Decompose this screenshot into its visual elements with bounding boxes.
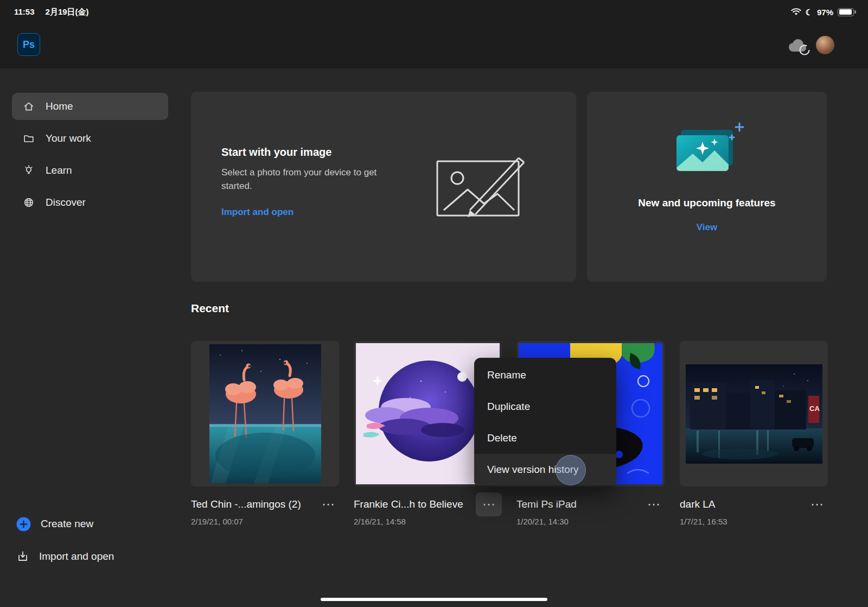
home-indicator[interactable] [321, 598, 547, 601]
start-card-title: Start with your image [221, 146, 387, 159]
status-bar: 11:53 2月19日(金) ☾ 97% [0, 0, 868, 21]
profile-avatar[interactable] [816, 36, 834, 54]
battery-fill [839, 9, 852, 15]
lightbulb-icon [23, 165, 35, 176]
doc-thumbnail[interactable] [191, 341, 339, 486]
doc-title: Ted Chin -...amingos (2) [191, 498, 317, 510]
sidebar-item-home[interactable]: Home [12, 93, 168, 120]
start-card-description: Select a photo from your device to get s… [221, 166, 387, 193]
wifi-icon [791, 8, 801, 16]
doc-thumbnail[interactable]: CA [680, 341, 828, 486]
recent-doc-dark-la: CA dark LA ⋯ 1/7/21, 16:53 [680, 341, 828, 526]
status-right: ☾ 97% [791, 8, 854, 17]
image-placeholder-icon [434, 151, 534, 223]
night-city-artwork: CA [686, 364, 822, 464]
photoshop-logo-text: Ps [23, 39, 35, 50]
view-link[interactable]: View [697, 222, 717, 233]
status-left: 11:53 2月19日(金) [14, 7, 89, 17]
plus-circle-icon [16, 517, 31, 532]
sidebar-item-discover[interactable]: Discover [12, 189, 168, 216]
sidebar-item-label: Home [46, 100, 73, 112]
doc-title-row: Frankie Ci...h to Believe ⋯ [354, 493, 502, 516]
more-options-button[interactable]: ⋯ [643, 496, 665, 513]
doc-title: Frankie Ci...h to Believe [354, 498, 476, 510]
doc-title-row: Ted Chin -...amingos (2) ⋯ [191, 493, 339, 516]
doc-date: 1/7/21, 16:53 [680, 517, 828, 526]
do-not-disturb-moon-icon: ☾ [806, 8, 813, 16]
doc-date: 2/16/21, 14:58 [354, 517, 502, 526]
doc-title: Temi Ps iPad [516, 498, 643, 510]
more-options-button[interactable]: ⋯ [806, 496, 828, 513]
doc-title: dark LA [680, 498, 806, 510]
sidebar-item-label: Your work [46, 132, 91, 144]
start-with-image-card: Start with your image Select a photo fro… [191, 92, 576, 282]
battery-icon [838, 8, 854, 16]
import-and-open-button[interactable]: Import and open [16, 545, 114, 568]
top-chrome: 11:53 2月19日(金) ☾ 97% Ps [0, 0, 868, 68]
more-options-button[interactable]: ⋯ [317, 496, 339, 513]
start-card-text: Start with your image Select a photo fro… [221, 146, 387, 218]
features-illustration [663, 121, 750, 185]
photoshop-ipad-home: 11:53 2月19日(金) ☾ 97% Ps [0, 0, 868, 607]
status-date: 2月19日(金) [46, 7, 89, 17]
cloud-sync-icon[interactable] [786, 38, 810, 56]
recent-doc-flamingos: Ted Chin -...amingos (2) ⋯ 2/19/21, 00:0… [191, 341, 339, 526]
doc-date: 1/20/21, 14:30 [516, 517, 665, 526]
globe-icon [23, 197, 35, 208]
doc-title-row: dark LA ⋯ [680, 493, 828, 516]
doc-date: 2/19/21, 00:07 [191, 517, 339, 526]
features-card-title: New and upcoming features [587, 197, 827, 209]
more-options-button-open[interactable]: ⋯ [476, 492, 502, 516]
flamingo-artwork [209, 344, 321, 483]
create-new-button[interactable]: Create new [16, 513, 93, 535]
menu-item-rename[interactable]: Rename [474, 359, 616, 391]
status-time: 11:53 [14, 7, 35, 17]
menu-item-delete[interactable]: Delete [474, 422, 616, 454]
folder-icon [23, 132, 35, 144]
menu-item-duplicate[interactable]: Duplicate [474, 391, 616, 422]
doc-title-row: Temi Ps iPad ⋯ [516, 493, 665, 516]
battery-percent: 97% [817, 8, 833, 17]
home-icon [23, 100, 35, 112]
city-sign-text: CA [809, 404, 820, 413]
photoshop-logo: Ps [17, 33, 40, 56]
create-new-label: Create new [41, 518, 93, 530]
sidebar-item-label: Learn [46, 165, 72, 176]
import-icon [16, 550, 29, 563]
import-and-open-link[interactable]: Import and open [221, 207, 293, 218]
import-and-open-label: Import and open [39, 551, 114, 562]
sidebar-item-learn[interactable]: Learn [12, 157, 168, 184]
new-features-card: New and upcoming features View [587, 92, 827, 282]
sidebar-item-your-work[interactable]: Your work [12, 125, 168, 152]
menu-item-view-version-history[interactable]: View version history [474, 454, 616, 485]
context-menu: Rename Duplicate Delete View version his… [474, 358, 616, 487]
touch-indicator [556, 455, 586, 485]
recent-heading: Recent [191, 302, 229, 315]
sidebar-item-label: Discover [46, 197, 86, 208]
